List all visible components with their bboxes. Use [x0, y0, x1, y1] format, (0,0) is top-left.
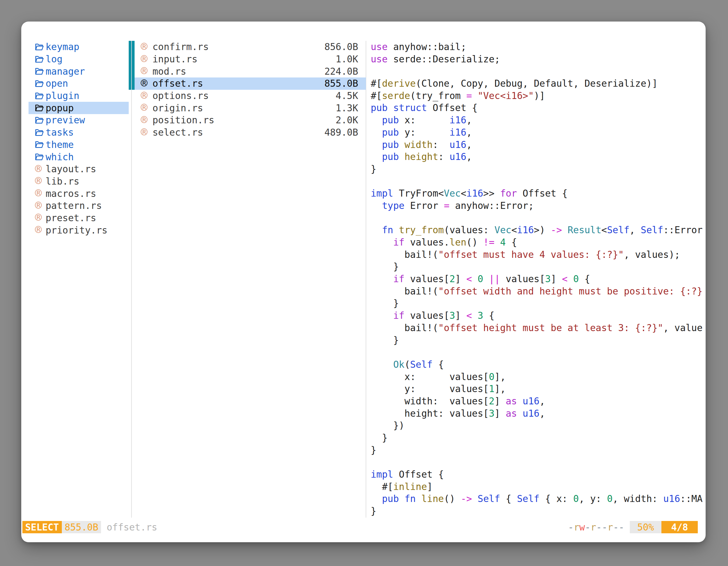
entry-size: 1.0K — [336, 54, 358, 65]
code-token: pub — [382, 127, 399, 138]
code-token: < — [466, 274, 472, 284]
code-token: Result — [568, 225, 602, 236]
rust-logo-glyph: ® — [35, 224, 42, 236]
code-token: } — [371, 335, 399, 346]
code-token: = — [466, 90, 472, 101]
entry-name: confirm.rs — [152, 41, 209, 52]
dir-item-preview[interactable]: preview — [29, 114, 129, 126]
code-token: i16 — [449, 127, 466, 138]
file-item-priority-rs[interactable]: ®priority.rs — [29, 224, 129, 236]
code-token — [399, 493, 405, 504]
code-line: #[serde(try_from = "Vec<i16>")] — [371, 90, 703, 102]
file-item-pattern-rs[interactable]: ®pattern.rs — [29, 200, 129, 212]
code-token: 3 — [489, 408, 494, 419]
code-token: ( — [405, 359, 410, 370]
code-token: } — [371, 298, 399, 309]
code-token: fn — [382, 225, 393, 236]
entry-name: theme — [46, 139, 74, 150]
entry-name: which — [46, 152, 74, 163]
file-item-preset-rs[interactable]: ®preset.rs — [29, 212, 129, 224]
code-token: pub — [382, 115, 399, 126]
code-token: } — [371, 261, 399, 272]
dir-item-manager[interactable]: manager — [29, 65, 129, 78]
dir-item-tasks[interactable]: tasks — [29, 126, 129, 139]
code-token: != — [483, 237, 494, 248]
rust-file-icon: ® — [35, 212, 46, 224]
dir-item-open[interactable]: open — [29, 78, 129, 90]
dir-item-log[interactable]: log — [29, 53, 129, 65]
code-line: fn try_from(values: Vec<i16>) -> Result<… — [371, 224, 703, 236]
dir-item-keymap[interactable]: keymap — [29, 41, 129, 53]
code-token: 0 — [489, 371, 494, 382]
code-token: type — [382, 200, 404, 211]
code-token: struct — [393, 102, 427, 113]
entry-size: 224.0B — [324, 66, 358, 77]
code-token — [371, 359, 393, 370]
code-token: ] — [551, 274, 562, 284]
file-item-offset-rs[interactable]: ®offset.rs855.0B — [135, 78, 366, 90]
code-token: ] — [427, 481, 433, 492]
code-token: serde::Deserialize; — [388, 54, 500, 65]
entry-name: position.rs — [152, 115, 214, 126]
code-line: y: values[1], — [371, 383, 703, 395]
code-line: pub x: i16, — [371, 114, 703, 126]
code-token: -> — [461, 493, 472, 504]
code-token: )] — [534, 90, 545, 101]
code-token: pub — [382, 493, 399, 504]
code-token: Self — [641, 225, 663, 236]
file-item-position-rs[interactable]: ®position.rs2.0K — [135, 114, 366, 126]
status-filename: offset.rs — [107, 521, 157, 533]
code-token: Vec — [494, 225, 511, 236]
dir-item-plugin[interactable]: plugin — [29, 90, 129, 102]
cursor-position-badge: 4/8 — [661, 521, 698, 533]
code-token — [483, 274, 489, 284]
file-item-options-rs[interactable]: ®options.rs4.5K — [135, 90, 366, 102]
yazi-window: keymaplogmanageropenpluginpopuppreviewta… — [21, 22, 706, 542]
code-token: bail!( — [371, 249, 438, 260]
code-line: Ok(Self { — [371, 358, 703, 371]
code-line: use anyhow::bail; — [371, 41, 703, 53]
code-token: , width: — [613, 493, 663, 504]
code-token — [472, 274, 478, 284]
file-item-origin-rs[interactable]: ®origin.rs1.3K — [135, 102, 366, 114]
folder-open-icon — [35, 153, 46, 161]
code-token: } — [371, 432, 388, 443]
entry-name: lib.rs — [46, 176, 79, 187]
dir-item-theme[interactable]: theme — [29, 139, 129, 151]
permission-char: - — [602, 522, 607, 533]
dir-item-which[interactable]: which — [29, 151, 129, 163]
rust-logo-glyph: ® — [35, 212, 42, 223]
file-size-badge: 855.0B — [62, 521, 101, 533]
code-token: { — [433, 359, 444, 370]
rust-logo-glyph: ® — [141, 90, 147, 101]
code-token: , — [630, 225, 641, 236]
code-token: 0 — [478, 274, 483, 284]
code-token: , — [466, 115, 472, 126]
file-item-lib-rs[interactable]: ®lib.rs — [29, 175, 129, 188]
code-token: { — [579, 274, 590, 284]
code-token: ], — [494, 383, 506, 394]
code-token: Offset { — [393, 469, 444, 480]
code-line: bail!("offset must have 4 values: {:?}",… — [371, 249, 703, 261]
code-token: use — [371, 41, 388, 52]
entry-name: keymap — [46, 41, 79, 52]
file-item-mod-rs[interactable]: ®mod.rs224.0B — [135, 65, 366, 78]
code-token: } — [371, 164, 376, 175]
code-line: pub width: u16, — [371, 139, 703, 151]
code-token: y: values[ — [371, 383, 489, 394]
dir-item-popup[interactable]: popup — [29, 102, 129, 114]
file-item-confirm-rs[interactable]: ®confirm.rs856.0B — [135, 41, 366, 53]
code-line: } — [371, 432, 703, 444]
code-token: u16 — [449, 139, 466, 150]
rust-file-icon: ® — [35, 176, 46, 187]
file-item-input-rs[interactable]: ®input.rs1.0K — [135, 53, 366, 65]
code-token: as — [506, 396, 517, 407]
code-token: height — [405, 151, 438, 162]
file-item-layout-rs[interactable]: ®layout.rs — [29, 163, 129, 175]
code-token — [371, 200, 382, 211]
file-item-macros-rs[interactable]: ®macros.rs — [29, 187, 129, 200]
file-item-select-rs[interactable]: ®select.rs489.0B — [135, 126, 366, 139]
current-pane: ®confirm.rs856.0B®input.rs1.0K®mod.rs224… — [135, 41, 366, 139]
rust-logo-glyph: ® — [35, 200, 42, 211]
code-token: , — [539, 408, 545, 419]
